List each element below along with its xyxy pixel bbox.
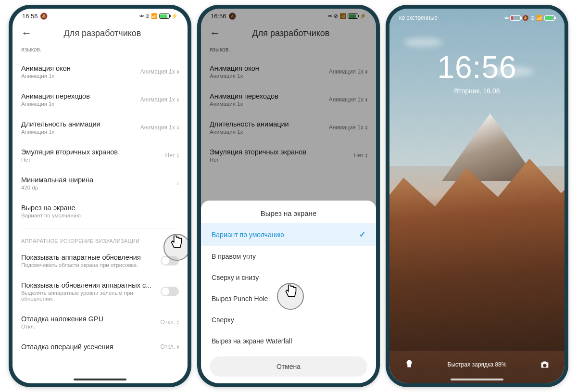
dnd-icon: 🔕 <box>228 13 236 20</box>
setting-secondary-display[interactable]: Эмуляция вторичных экранов Нет Нет▴▾ <box>21 141 179 169</box>
home-indicator[interactable] <box>451 379 503 380</box>
setting-window-anim[interactable]: Анимация окон Анимация 1x Анимация 1x▴▾ <box>21 58 179 86</box>
lockscreen[interactable]: ко экстренные ⚮ 🔕 ⊘ 📶 16:56 Вторник, 16.… <box>389 9 564 383</box>
cancel-button[interactable]: Отмена <box>210 356 367 377</box>
wifi-icon: 📶 <box>339 13 346 19</box>
setting-transition-anim[interactable]: Анимация переходов Анимация 1x Анимация … <box>21 86 179 114</box>
bt-icon: ⚮ <box>328 13 332 19</box>
updown-icon: ▴▾ <box>177 97 179 102</box>
charge-icon: ⚡ <box>171 13 178 19</box>
wifi-icon: 📶 <box>536 15 543 21</box>
updown-icon: ▴▾ <box>177 69 179 74</box>
chevron-right-icon: › <box>176 179 179 187</box>
setting-hw-layers[interactable]: Показывать обновления аппаратных с... Вы… <box>21 275 179 308</box>
screen-3: ко экстренные ⚮ 🔕 ⊘ 📶 16:56 Вторник, 16.… <box>389 9 564 383</box>
cursor-circle <box>277 283 304 310</box>
check-icon: ✓ <box>359 230 365 239</box>
setting-window-anim[interactable]: Анимация окон Анимация 1x Анимация 1x▴▾ <box>210 58 367 86</box>
screen-2: 16:56 🔕 ⚮ ⊘ 📶 ⚡ ← Для разработчиков язык… <box>201 9 376 383</box>
status-time: 16:56 <box>22 13 38 20</box>
sheet-option-default[interactable]: Вариант по умолчанию ✓ <box>201 223 376 246</box>
dnd-icon: 🔕 <box>522 15 529 21</box>
ls-date: Вторник, 16.08 <box>389 87 564 95</box>
back-button[interactable]: ← <box>210 27 220 39</box>
setting-secondary-display[interactable]: Эмуляция вторичных экранов Нет Нет▴▾ <box>210 141 367 169</box>
updown-icon: ▴▾ <box>177 125 179 130</box>
content-1: языков. Анимация окон Анимация 1x Анимац… <box>13 46 188 382</box>
status-bar: 16:56 🔕 ⚮ ⊘ 📶 ⚡ <box>13 9 188 23</box>
updown-icon: ▴▾ <box>177 344 179 349</box>
flashlight-icon[interactable] <box>402 357 416 372</box>
truncated-text: языков. <box>21 46 179 53</box>
setting-hw-updates[interactable]: Показывать аппаратные обновления Подсвеч… <box>21 247 179 275</box>
status-time: 16:56 <box>211 13 226 20</box>
setting-min-width[interactable]: Минимальная ширина 420 dp › <box>21 169 179 197</box>
battery-low-icon <box>510 15 521 21</box>
screen-1: 16:56 🔕 ⚮ ⊘ 📶 ⚡ ← Для разработчиков язык… <box>13 9 188 383</box>
page-title: Для разработчиков <box>229 28 353 38</box>
sync-icon: ⊘ <box>145 13 150 19</box>
phone-2: 16:56 🔕 ⚮ ⊘ 📶 ⚡ ← Для разработчиков язык… <box>197 5 380 387</box>
battery-icon <box>348 13 358 19</box>
setting-anim-duration[interactable]: Длительность анимации Анимация 1x Анимац… <box>210 114 367 141</box>
header: ← Для разработчиков <box>201 23 376 46</box>
ls-charge-text: Быстрая зарядка 88% <box>448 361 507 368</box>
setting-transition-anim[interactable]: Анимация переходов Анимация 1x Анимация … <box>210 86 367 114</box>
page-title: Для разработчиков <box>40 28 164 38</box>
sheet-option-corner[interactable]: В правом углу <box>201 246 376 267</box>
battery-icon <box>159 13 170 19</box>
bt-icon: ⚮ <box>139 13 144 19</box>
updown-icon: ▴▾ <box>177 153 179 158</box>
setting-clip-debug[interactable]: Отладка операций усечения Откл.▴▾ <box>21 336 179 357</box>
sync-icon: ⊘ <box>530 15 535 21</box>
setting-anim-duration[interactable]: Длительность анимации Анимация 1x Анимац… <box>21 114 179 141</box>
battery-icon <box>544 15 555 21</box>
charge-icon: ⚡ <box>360 13 366 19</box>
mountain-near <box>389 159 564 351</box>
phone-3: ко экстренные ⚮ 🔕 ⊘ 📶 16:56 Вторник, 16.… <box>386 5 568 387</box>
ls-clock: 16:56 <box>389 50 564 85</box>
sheet-title: Вырез на экране <box>201 209 376 217</box>
emergency-label: ко экстренные <box>399 14 438 21</box>
divider <box>21 228 179 228</box>
cursor-circle <box>163 234 188 261</box>
camera-icon[interactable] <box>538 357 552 372</box>
section-header-hw: АППАРАТНОЕ УСКОРЕНИЕ ВИЗУАЛИЗАЦИИ <box>21 231 179 247</box>
home-indicator[interactable] <box>74 379 126 380</box>
header: ← Для разработчиков <box>13 23 188 46</box>
ls-time-group: 16:56 Вторник, 16.08 <box>389 50 564 95</box>
setting-gpu-overlay[interactable]: Отладка наложения GPU Откл. Откл.▴▾ <box>21 308 179 336</box>
content-2: языков. Анимация окон Анимация 1x Анимац… <box>201 46 376 169</box>
setting-display-cutout[interactable]: Вырез на экране Вариант по умолчанию <box>21 197 179 225</box>
bt-icon: ⚮ <box>504 15 509 21</box>
status-bar: 16:56 🔕 ⚮ ⊘ 📶 ⚡ <box>201 9 376 23</box>
truncated-text: языков. <box>210 46 367 53</box>
phone-1: 16:56 🔕 ⚮ ⊘ 📶 ⚡ ← Для разработчиков язык… <box>9 5 191 387</box>
updown-icon: ▴▾ <box>177 320 179 325</box>
sync-icon: ⊘ <box>334 13 338 19</box>
back-button[interactable]: ← <box>21 27 32 39</box>
sheet-option-tall[interactable]: Сверху <box>201 309 376 330</box>
ls-status-bar: ко экстренные ⚮ 🔕 ⊘ 📶 <box>389 12 564 24</box>
wifi-icon: 📶 <box>151 13 158 19</box>
sheet-option-waterfall[interactable]: Вырез на экране Waterfall <box>201 330 376 352</box>
dnd-icon: 🔕 <box>40 13 48 20</box>
toggle[interactable] <box>161 287 179 296</box>
ls-bottom-bar: Быстрая зарядка 88% <box>389 357 564 372</box>
